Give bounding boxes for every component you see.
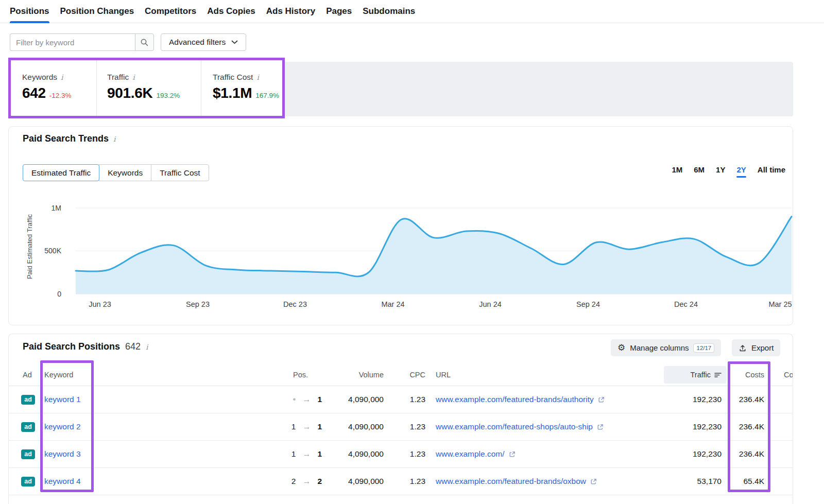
range-2y[interactable]: 2Y bbox=[736, 165, 746, 174]
keyword-link[interactable]: keyword 2 bbox=[44, 422, 81, 431]
sort-icon[interactable] bbox=[714, 371, 722, 378]
costs-value: 236.4K bbox=[727, 386, 772, 413]
info-icon[interactable]: i bbox=[61, 73, 63, 81]
header-costs-cut[interactable]: Cos bbox=[772, 363, 793, 386]
url-link[interactable]: www.example.com/featured-brands/oxbow bbox=[436, 477, 597, 486]
url-link[interactable]: www.example.com/featured-brands/authorit… bbox=[436, 395, 605, 404]
keyword-link[interactable]: keyword 1 bbox=[44, 395, 81, 404]
chart-area-fill bbox=[76, 217, 792, 294]
positions-title: Paid Search Positions bbox=[23, 341, 120, 352]
info-icon[interactable]: i bbox=[132, 73, 134, 81]
range-1m[interactable]: 1M bbox=[672, 165, 682, 174]
trends-metric-toggle: Estimated Traffic Keywords Traffic Cost bbox=[23, 164, 209, 181]
position-previous: 1 bbox=[291, 449, 296, 459]
url-link[interactable]: www.example.com/featured-shops/auto-ship bbox=[436, 422, 604, 431]
export-button[interactable]: Export bbox=[732, 339, 780, 356]
header-traffic[interactable]: Traffic bbox=[657, 363, 727, 386]
range-1y[interactable]: 1Y bbox=[716, 165, 725, 174]
traffic-value: 53,170 bbox=[657, 468, 727, 495]
metrics-summary-annotated: Keywords i 642 -12.3% Traffic i 901.6K 1… bbox=[8, 58, 285, 118]
costs-value: 236.4K bbox=[727, 441, 772, 467]
chevron-down-icon bbox=[231, 40, 238, 44]
header-pos[interactable]: Pos. bbox=[241, 363, 322, 386]
position-current: 1 bbox=[317, 449, 322, 459]
range-all-time[interactable]: All time bbox=[758, 165, 785, 174]
x-tick: Dec 23 bbox=[283, 300, 307, 308]
chart-y-axis-label: Paid Estimated Traffic bbox=[26, 214, 33, 279]
header-volume[interactable]: Volume bbox=[322, 363, 384, 386]
ad-badge: ad bbox=[21, 449, 35, 459]
tab-subdomains[interactable]: Subdomains bbox=[363, 0, 415, 23]
table-header-row: Ad Keyword Pos. Volume CPC URL Traffic C… bbox=[9, 363, 793, 386]
manage-columns-button[interactable]: ⚙ Manage columns 12/17 bbox=[611, 339, 721, 356]
header-url[interactable]: URL bbox=[425, 363, 657, 386]
y-tick: 0 bbox=[38, 290, 61, 298]
metric-traffic-label: Traffic bbox=[107, 73, 129, 82]
columns-count-badge: 12/17 bbox=[693, 343, 714, 353]
volume-value: 4,090,000 bbox=[322, 441, 384, 467]
costs-value: 236.4K bbox=[727, 413, 772, 440]
arrow-right-icon: → bbox=[302, 449, 311, 459]
tab-competitors[interactable]: Competitors bbox=[145, 0, 196, 23]
table-row: ad keyword 1 • → 1 4,090,000 1.23 www.ex… bbox=[9, 386, 793, 413]
tab-positions[interactable]: Positions bbox=[10, 0, 49, 23]
metric-keywords-label: Keywords bbox=[22, 73, 57, 82]
table-row: ad keyword 2 1 → 1 4,090,000 1.23 www.ex… bbox=[9, 413, 793, 441]
table-row: ad keyword 4 2 → 2 4,090,000 1.23 www.ex… bbox=[9, 468, 793, 495]
external-link-icon bbox=[590, 478, 597, 485]
toggle-traffic-cost[interactable]: Traffic Cost bbox=[151, 164, 209, 181]
arrow-right-icon: → bbox=[302, 422, 311, 431]
keyword-filter-input[interactable] bbox=[10, 33, 135, 51]
metric-keywords: Keywords i 642 -12.3% bbox=[11, 60, 96, 116]
positions-count: 642 bbox=[125, 341, 141, 352]
tab-pages[interactable]: Pages bbox=[326, 0, 352, 23]
keyword-link[interactable]: keyword 4 bbox=[44, 477, 81, 486]
header-keyword[interactable]: Keyword bbox=[44, 363, 241, 386]
table-row: ad keyword 3 1 → 1 4,090,000 1.23 www.ex… bbox=[9, 441, 793, 468]
paid-search-trends-card: Paid Search Trends i Estimated Traffic K… bbox=[8, 126, 793, 325]
trend-chart-svg bbox=[73, 201, 794, 302]
position-previous: 1 bbox=[291, 422, 296, 431]
ad-badge: ad bbox=[21, 422, 35, 432]
gear-icon: ⚙ bbox=[617, 343, 625, 352]
info-icon[interactable]: i bbox=[256, 73, 259, 81]
info-icon[interactable]: i bbox=[113, 135, 115, 143]
toggle-estimated-traffic[interactable]: Estimated Traffic bbox=[23, 164, 99, 181]
metric-traffic-value: 901.6K bbox=[107, 85, 153, 101]
search-button[interactable] bbox=[135, 33, 154, 51]
traffic-value: 192,230 bbox=[657, 441, 727, 467]
header-costs[interactable]: Costs bbox=[727, 363, 772, 386]
ad-badge: ad bbox=[21, 395, 35, 405]
header-traffic-label: Traffic bbox=[691, 371, 711, 379]
x-tick: Jun 23 bbox=[89, 300, 111, 308]
export-icon bbox=[739, 344, 747, 352]
position-current: 2 bbox=[317, 477, 322, 486]
advanced-filters-button[interactable]: Advanced filters bbox=[161, 33, 246, 51]
top-tab-bar: Positions Position Changes Competitors A… bbox=[0, 0, 824, 23]
volume-value: 4,090,000 bbox=[322, 386, 384, 413]
external-link-icon bbox=[598, 396, 605, 403]
x-tick: Dec 24 bbox=[674, 300, 698, 308]
keyword-link[interactable]: keyword 3 bbox=[44, 449, 81, 459]
x-tick: Mar 24 bbox=[381, 300, 404, 308]
cpc-value: 1.23 bbox=[384, 413, 425, 440]
tab-position-changes[interactable]: Position Changes bbox=[60, 0, 134, 23]
url-text: www.example.com/featured-shops/auto-ship bbox=[436, 422, 593, 431]
tab-ads-copies[interactable]: Ads Copies bbox=[207, 0, 255, 23]
url-text: www.example.com/featured-brands/oxbow bbox=[436, 477, 586, 486]
volume-value: 4,090,000 bbox=[322, 468, 384, 495]
range-6m[interactable]: 6M bbox=[694, 165, 705, 174]
position-current: 1 bbox=[317, 395, 322, 404]
arrow-right-icon: → bbox=[302, 395, 311, 404]
info-icon[interactable]: i bbox=[146, 343, 148, 351]
keyword-filter bbox=[10, 33, 154, 51]
x-tick: Mar 25 bbox=[768, 300, 792, 308]
url-text: www.example.com/featured-brands/authorit… bbox=[436, 395, 594, 404]
toggle-keywords[interactable]: Keywords bbox=[99, 164, 151, 181]
position-previous: 2 bbox=[291, 477, 296, 486]
url-link[interactable]: www.example.com/ bbox=[436, 449, 516, 459]
header-cpc[interactable]: CPC bbox=[384, 363, 425, 386]
export-label: Export bbox=[751, 343, 774, 352]
tab-ads-history[interactable]: Ads History bbox=[266, 0, 315, 23]
metric-traffic: Traffic i 901.6K 193.2% bbox=[96, 60, 201, 116]
